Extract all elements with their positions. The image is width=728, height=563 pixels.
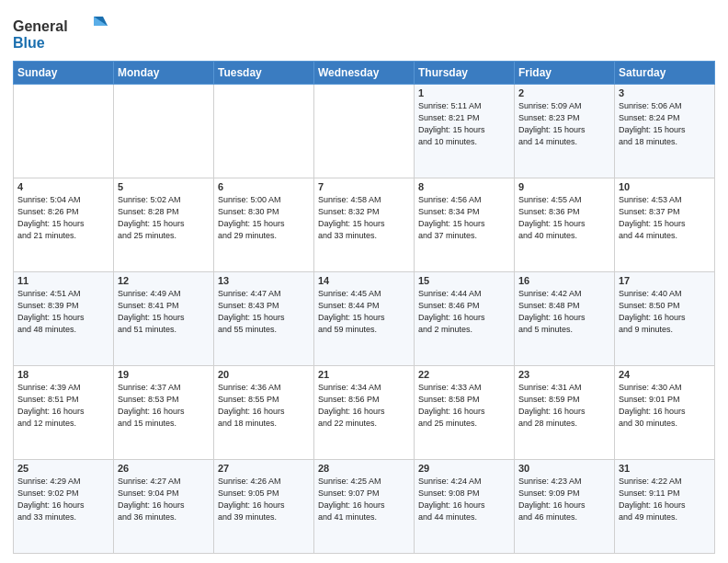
weekday-header-wednesday: Wednesday	[314, 62, 415, 85]
calendar-cell: 3Sunrise: 5:06 AM Sunset: 8:24 PM Daylig…	[615, 85, 715, 178]
calendar-cell: 31Sunrise: 4:22 AM Sunset: 9:11 PM Dayli…	[615, 460, 715, 554]
day-number: 16	[518, 275, 610, 286]
logo: General Blue	[13, 13, 114, 55]
day-info: Sunrise: 4:23 AM Sunset: 9:09 PM Dayligh…	[518, 476, 610, 523]
day-number: 19	[118, 369, 210, 380]
calendar-cell: 6Sunrise: 5:00 AM Sunset: 8:30 PM Daylig…	[214, 178, 314, 272]
day-number: 3	[619, 87, 711, 98]
day-number: 22	[418, 369, 510, 380]
calendar-cell: 19Sunrise: 4:37 AM Sunset: 8:53 PM Dayli…	[114, 366, 214, 460]
calendar-cell: 14Sunrise: 4:45 AM Sunset: 8:44 PM Dayli…	[314, 272, 415, 366]
calendar-cell: 20Sunrise: 4:36 AM Sunset: 8:55 PM Dayli…	[214, 366, 314, 460]
calendar-cell: 10Sunrise: 4:53 AM Sunset: 8:37 PM Dayli…	[615, 178, 715, 272]
calendar-cell: 27Sunrise: 4:26 AM Sunset: 9:05 PM Dayli…	[214, 460, 314, 554]
calendar-cell: 16Sunrise: 4:42 AM Sunset: 8:48 PM Dayli…	[515, 272, 615, 366]
day-number: 9	[518, 181, 610, 192]
calendar-cell	[214, 85, 314, 178]
calendar-cell	[14, 85, 114, 178]
day-info: Sunrise: 4:55 AM Sunset: 8:36 PM Dayligh…	[518, 194, 610, 242]
calendar-cell: 2Sunrise: 5:09 AM Sunset: 8:23 PM Daylig…	[515, 85, 615, 178]
calendar-cell: 22Sunrise: 4:33 AM Sunset: 8:58 PM Dayli…	[415, 366, 515, 460]
day-info: Sunrise: 4:34 AM Sunset: 8:56 PM Dayligh…	[318, 382, 410, 430]
day-info: Sunrise: 4:33 AM Sunset: 8:58 PM Dayligh…	[418, 382, 510, 430]
calendar-cell: 12Sunrise: 4:49 AM Sunset: 8:41 PM Dayli…	[114, 272, 214, 366]
weekday-header-saturday: Saturday	[615, 62, 715, 85]
calendar-week-1: 1Sunrise: 5:11 AM Sunset: 8:21 PM Daylig…	[14, 85, 715, 178]
calendar-cell: 5Sunrise: 5:02 AM Sunset: 8:28 PM Daylig…	[114, 178, 214, 272]
day-number: 5	[118, 181, 210, 192]
day-number: 29	[418, 463, 510, 474]
day-number: 13	[218, 275, 310, 286]
calendar-cell: 11Sunrise: 4:51 AM Sunset: 8:39 PM Dayli…	[14, 272, 114, 366]
calendar-cell	[314, 85, 415, 178]
calendar-cell: 8Sunrise: 4:56 AM Sunset: 8:34 PM Daylig…	[415, 178, 515, 272]
day-number: 31	[619, 463, 711, 474]
day-number: 12	[118, 275, 210, 286]
day-info: Sunrise: 4:40 AM Sunset: 8:50 PM Dayligh…	[619, 288, 711, 336]
day-info: Sunrise: 4:58 AM Sunset: 8:32 PM Dayligh…	[318, 194, 410, 242]
weekday-header-tuesday: Tuesday	[214, 62, 314, 85]
day-number: 8	[418, 181, 510, 192]
day-info: Sunrise: 4:44 AM Sunset: 8:46 PM Dayligh…	[418, 288, 510, 336]
calendar-cell	[114, 85, 214, 178]
day-info: Sunrise: 4:56 AM Sunset: 8:34 PM Dayligh…	[418, 194, 510, 242]
calendar-cell: 1Sunrise: 5:11 AM Sunset: 8:21 PM Daylig…	[415, 85, 515, 178]
day-number: 25	[17, 463, 109, 474]
calendar-cell: 4Sunrise: 5:04 AM Sunset: 8:26 PM Daylig…	[14, 178, 114, 272]
day-info: Sunrise: 4:24 AM Sunset: 9:08 PM Dayligh…	[418, 476, 510, 523]
day-info: Sunrise: 4:45 AM Sunset: 8:44 PM Dayligh…	[318, 288, 410, 336]
calendar-cell: 7Sunrise: 4:58 AM Sunset: 8:32 PM Daylig…	[314, 178, 415, 272]
day-number: 1	[418, 87, 510, 98]
day-number: 10	[619, 181, 711, 192]
calendar-week-3: 11Sunrise: 4:51 AM Sunset: 8:39 PM Dayli…	[14, 272, 715, 366]
day-info: Sunrise: 4:39 AM Sunset: 8:51 PM Dayligh…	[17, 382, 109, 430]
weekday-header-monday: Monday	[114, 62, 214, 85]
day-info: Sunrise: 5:11 AM Sunset: 8:21 PM Dayligh…	[418, 100, 510, 148]
day-number: 14	[318, 275, 410, 286]
weekday-header-sunday: Sunday	[14, 62, 114, 85]
day-number: 21	[318, 369, 410, 380]
day-info: Sunrise: 4:37 AM Sunset: 8:53 PM Dayligh…	[118, 382, 210, 430]
weekday-header-thursday: Thursday	[415, 62, 515, 85]
svg-text:General: General	[13, 18, 68, 34]
svg-text:Blue: Blue	[13, 35, 45, 51]
calendar-week-2: 4Sunrise: 5:04 AM Sunset: 8:26 PM Daylig…	[14, 178, 715, 272]
day-info: Sunrise: 5:06 AM Sunset: 8:24 PM Dayligh…	[619, 100, 711, 148]
logo-text: General Blue	[13, 13, 114, 55]
calendar-table: SundayMondayTuesdayWednesdayThursdayFrid…	[13, 61, 715, 554]
day-number: 23	[518, 369, 610, 380]
calendar-cell: 15Sunrise: 4:44 AM Sunset: 8:46 PM Dayli…	[415, 272, 515, 366]
day-number: 17	[619, 275, 711, 286]
page: General Blue SundayMondayTuesdayWednesda…	[0, 0, 728, 563]
day-number: 26	[118, 463, 210, 474]
day-number: 15	[418, 275, 510, 286]
day-number: 28	[318, 463, 410, 474]
calendar-cell: 29Sunrise: 4:24 AM Sunset: 9:08 PM Dayli…	[415, 460, 515, 554]
calendar-cell: 25Sunrise: 4:29 AM Sunset: 9:02 PM Dayli…	[14, 460, 114, 554]
day-info: Sunrise: 5:09 AM Sunset: 8:23 PM Dayligh…	[518, 100, 610, 148]
calendar-week-4: 18Sunrise: 4:39 AM Sunset: 8:51 PM Dayli…	[14, 366, 715, 460]
day-info: Sunrise: 4:47 AM Sunset: 8:43 PM Dayligh…	[218, 288, 310, 336]
day-info: Sunrise: 5:04 AM Sunset: 8:26 PM Dayligh…	[17, 194, 109, 242]
day-info: Sunrise: 4:36 AM Sunset: 8:55 PM Dayligh…	[218, 382, 310, 430]
calendar-cell: 23Sunrise: 4:31 AM Sunset: 8:59 PM Dayli…	[515, 366, 615, 460]
header: General Blue	[13, 9, 715, 55]
day-info: Sunrise: 4:26 AM Sunset: 9:05 PM Dayligh…	[218, 476, 310, 523]
day-number: 20	[218, 369, 310, 380]
calendar-cell: 9Sunrise: 4:55 AM Sunset: 8:36 PM Daylig…	[515, 178, 615, 272]
calendar-cell: 26Sunrise: 4:27 AM Sunset: 9:04 PM Dayli…	[114, 460, 214, 554]
calendar-cell: 28Sunrise: 4:25 AM Sunset: 9:07 PM Dayli…	[314, 460, 415, 554]
day-info: Sunrise: 4:29 AM Sunset: 9:02 PM Dayligh…	[17, 476, 109, 523]
day-info: Sunrise: 5:00 AM Sunset: 8:30 PM Dayligh…	[218, 194, 310, 242]
day-info: Sunrise: 4:53 AM Sunset: 8:37 PM Dayligh…	[619, 194, 711, 242]
day-number: 6	[218, 181, 310, 192]
day-info: Sunrise: 4:31 AM Sunset: 8:59 PM Dayligh…	[518, 382, 610, 430]
day-number: 7	[318, 181, 410, 192]
calendar-week-5: 25Sunrise: 4:29 AM Sunset: 9:02 PM Dayli…	[14, 460, 715, 554]
day-info: Sunrise: 4:30 AM Sunset: 9:01 PM Dayligh…	[619, 382, 711, 430]
weekday-header-row: SundayMondayTuesdayWednesdayThursdayFrid…	[14, 62, 715, 85]
day-info: Sunrise: 4:49 AM Sunset: 8:41 PM Dayligh…	[118, 288, 210, 336]
calendar-cell: 24Sunrise: 4:30 AM Sunset: 9:01 PM Dayli…	[615, 366, 715, 460]
calendar-cell: 18Sunrise: 4:39 AM Sunset: 8:51 PM Dayli…	[14, 366, 114, 460]
calendar-cell: 21Sunrise: 4:34 AM Sunset: 8:56 PM Dayli…	[314, 366, 415, 460]
